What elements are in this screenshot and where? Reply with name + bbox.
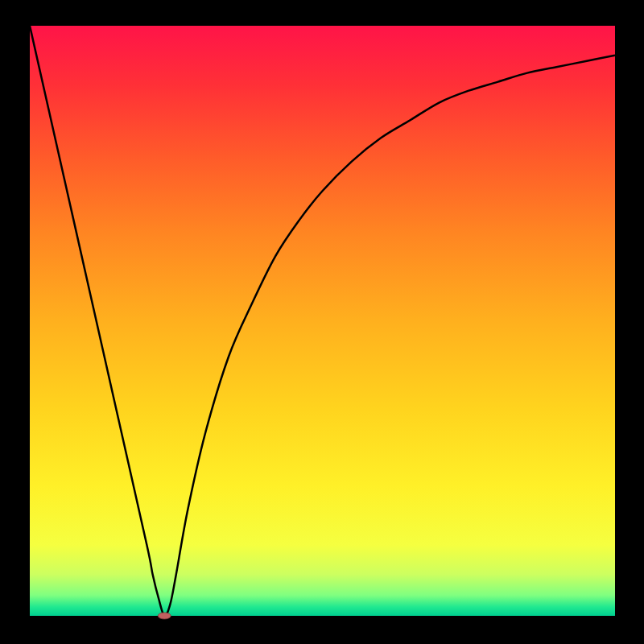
min-marker [158,613,171,619]
chart-svg [0,0,644,644]
chart-background [30,26,615,616]
